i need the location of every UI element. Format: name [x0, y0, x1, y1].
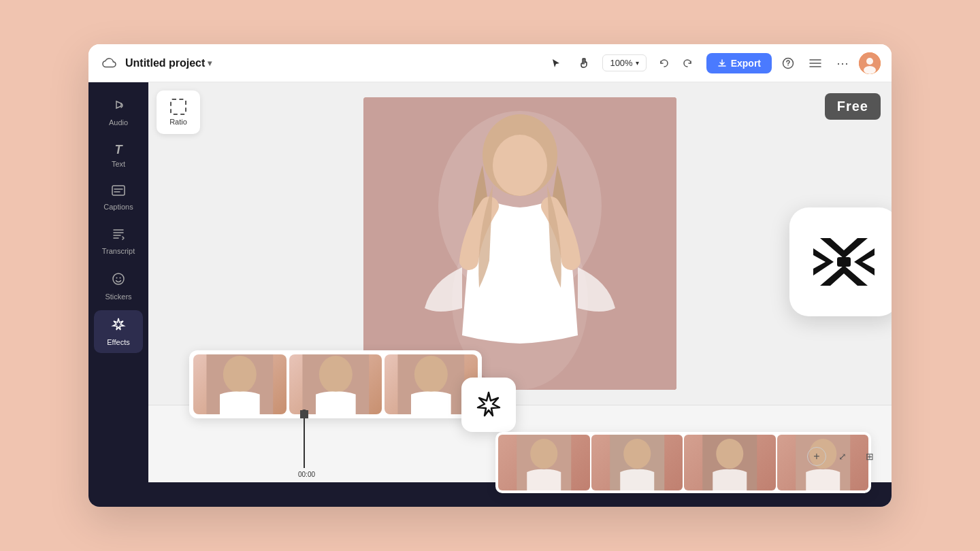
project-name-text: Untitled project: [125, 57, 205, 69]
sidebar-item-captions[interactable]: Captions: [94, 178, 143, 218]
free-badge-text: Free: [837, 99, 868, 114]
effects-label: Effects: [107, 338, 129, 346]
add-track-button[interactable]: +: [807, 447, 826, 466]
ratio-panel[interactable]: Ratio: [157, 90, 200, 134]
sidebar-item-text[interactable]: T Text: [94, 136, 143, 175]
svg-point-18: [319, 356, 353, 393]
svg-point-22: [530, 439, 557, 469]
header-center: 100% ▾: [545, 52, 698, 74]
hand-tool-button[interactable]: [574, 52, 595, 74]
svg-point-24: [623, 439, 651, 469]
timeline-cursor: [304, 414, 305, 468]
transcript-icon: [111, 227, 126, 244]
zoom-chevron-icon: ▾: [636, 59, 639, 67]
export-button[interactable]: Export: [706, 53, 772, 73]
header-left: Untitled project ▾: [99, 54, 537, 73]
main-layout: Ratio: [148, 82, 892, 507]
undo-button[interactable]: [653, 52, 675, 74]
sidebar-item-transcript[interactable]: Transcript: [94, 220, 143, 262]
undo-redo-group: [653, 52, 698, 74]
more-button[interactable]: ⋯: [832, 52, 853, 74]
text-label: Text: [112, 160, 125, 168]
zoom-selector[interactable]: 100% ▾: [602, 54, 646, 71]
zoom-level-text: 100%: [610, 58, 632, 68]
avatar[interactable]: [859, 52, 881, 74]
timeline-right-controls: + ⤢ ⊞: [807, 446, 881, 467]
cursor-head: [300, 410, 308, 418]
captions-label: Captions: [103, 203, 133, 211]
audio-label: Audio: [109, 118, 128, 127]
free-badge: Free: [825, 93, 881, 120]
svg-point-1: [787, 65, 789, 66]
desktop-thumb-2: [591, 435, 683, 490]
audio-icon: [111, 97, 126, 116]
svg-point-4: [864, 66, 876, 74]
sidebar: Audio T Text Captions: [88, 82, 148, 507]
layout-button[interactable]: ⊞: [859, 446, 881, 467]
mobile-timeline-strip: [189, 350, 482, 418]
desktop-thumb-1: [498, 435, 590, 490]
svg-point-13: [493, 135, 547, 196]
svg-point-16: [223, 356, 257, 393]
ratio-label: Ratio: [169, 118, 187, 126]
svg-point-20: [414, 356, 448, 393]
svg-point-7: [116, 278, 118, 279]
help-button[interactable]: [777, 52, 799, 74]
sidebar-item-audio[interactable]: Audio: [94, 90, 143, 133]
project-name[interactable]: Untitled project ▾: [125, 57, 212, 69]
cloud-icon[interactable]: [99, 54, 118, 73]
stickers-icon: [111, 271, 126, 290]
pointer-tool-button[interactable]: [545, 52, 567, 74]
effects-float-button[interactable]: [461, 378, 516, 432]
effects-icon: [111, 317, 126, 335]
thumb-frame-1: [193, 354, 287, 414]
canvas-preview[interactable]: [363, 97, 676, 390]
chevron-down-icon: ▾: [208, 59, 212, 68]
time-text: 00:00: [298, 471, 315, 478]
list-button[interactable]: [804, 52, 826, 74]
redo-button[interactable]: [676, 52, 698, 74]
thumb-frame-2: [289, 354, 382, 414]
text-icon: T: [115, 143, 122, 157]
expand-button[interactable]: ⤢: [832, 446, 853, 467]
stickers-label: Stickers: [105, 293, 131, 301]
captions-icon: [111, 184, 126, 200]
svg-rect-14: [837, 257, 851, 267]
svg-point-6: [113, 273, 124, 284]
ratio-icon: [170, 99, 186, 115]
timeline: 00:00 + ⤢ ⊞: [148, 405, 892, 507]
svg-point-26: [716, 439, 743, 469]
header: Untitled project ▾ 100% ▾: [88, 44, 892, 82]
header-right: Export ⋯: [706, 52, 881, 74]
transcript-label: Transcript: [102, 247, 135, 255]
desktop-thumb-3: [684, 435, 776, 490]
svg-rect-5: [112, 186, 125, 195]
sidebar-item-effects[interactable]: Effects: [94, 310, 143, 353]
svg-point-8: [120, 278, 121, 279]
svg-point-3: [866, 58, 873, 65]
sidebar-item-stickers[interactable]: Stickers: [94, 265, 143, 307]
time-display: 00:00: [298, 471, 315, 478]
export-label: Export: [731, 58, 761, 69]
body: Audio T Text Captions: [88, 82, 892, 507]
capcut-logo-card: [789, 207, 892, 316]
